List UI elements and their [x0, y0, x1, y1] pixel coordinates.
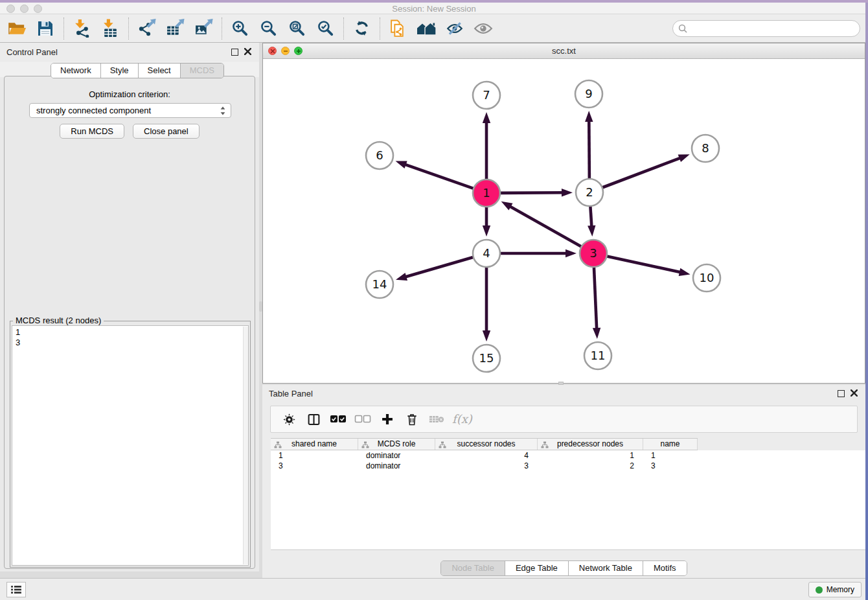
open-folder-icon	[8, 21, 27, 36]
graph-edge-1-4[interactable]	[483, 205, 490, 237]
tab-select[interactable]: Select	[139, 63, 181, 78]
column-header-predecessor-nodes[interactable]: predecessor nodes	[538, 439, 643, 450]
graph-edge-4-3[interactable]	[499, 249, 577, 257]
float-panel-icon[interactable]	[231, 49, 238, 56]
graph-node-2[interactable]: 2	[576, 179, 603, 206]
zoom-fit-button[interactable]	[285, 17, 308, 40]
graph-node-9[interactable]: 9	[575, 80, 602, 108]
graph-edge-2-8[interactable]	[601, 154, 690, 188]
column-header-successor-nodes[interactable]: successor nodes	[435, 439, 538, 450]
export-table-icon	[166, 19, 185, 38]
graph-node-4[interactable]: 4	[473, 240, 500, 267]
graph-node-label: 10	[700, 271, 714, 284]
vertical-splitter-handle[interactable]	[259, 301, 262, 312]
tab-style[interactable]: Style	[101, 63, 139, 78]
column-header-label: MCDS role	[378, 439, 416, 448]
table-row[interactable]: 3dominator323	[271, 461, 865, 471]
refresh-icon	[353, 19, 371, 37]
table-cell-name: 1	[643, 450, 698, 461]
graph-edge-2-9[interactable]	[585, 111, 593, 180]
run-mcds-button[interactable]: Run MCDS	[60, 124, 124, 139]
graph-node-3[interactable]: 3	[580, 240, 607, 267]
network-canvas[interactable]: 7968124314101511	[263, 59, 865, 383]
column-header-mcds-role[interactable]: MCDS role	[358, 439, 435, 450]
table-cell-predecessor-nodes: 1	[538, 450, 643, 461]
zoom-selected-button[interactable]	[314, 17, 337, 40]
mcds-result-group: MCDS result (2 nodes) 1 3	[10, 321, 251, 568]
show-graphics-details-button[interactable]	[472, 17, 495, 40]
graph-node-14[interactable]: 14	[366, 271, 393, 298]
tab-node-table[interactable]: Node Table	[441, 561, 505, 575]
delete-columns-button[interactable]	[400, 408, 424, 430]
graph-node-label: 6	[376, 148, 383, 162]
save-session-button[interactable]	[34, 17, 57, 40]
column-header-name[interactable]: name	[643, 439, 698, 450]
memory-button[interactable]: Memory	[808, 582, 862, 597]
graph-edge-3-10[interactable]	[606, 256, 691, 276]
hierarchy-icon	[361, 441, 369, 448]
graph-node-6[interactable]: 6	[366, 142, 393, 169]
graph-edge-3-1[interactable]	[501, 202, 583, 248]
tab-network[interactable]: Network	[51, 63, 101, 78]
toggle-column-panel-button[interactable]	[302, 408, 325, 430]
column-header-shared-name[interactable]: shared name	[271, 439, 358, 450]
graph-node-1[interactable]: 1	[473, 179, 500, 207]
close-panel-button[interactable]: Close panel	[133, 124, 200, 139]
hide-graphics-details-button[interactable]	[443, 17, 466, 40]
graph-node-8[interactable]: 8	[692, 135, 719, 162]
graph-node-15[interactable]: 15	[473, 345, 500, 372]
tab-network-table[interactable]: Network Table	[569, 561, 643, 575]
svg-text:f(x): f(x)	[452, 412, 473, 426]
result-scrollbar[interactable]	[243, 327, 248, 564]
status-bar: Memory	[0, 578, 868, 600]
graph-node-10[interactable]: 10	[693, 264, 720, 292]
refresh-layout-button[interactable]	[350, 17, 373, 40]
export-network-button[interactable]	[135, 17, 158, 40]
graph-edge-4-15[interactable]	[483, 266, 490, 341]
search-input[interactable]	[691, 22, 860, 35]
tab-edge-table[interactable]: Edge Table	[505, 561, 569, 575]
duplicate-network-icon	[389, 19, 407, 38]
close-x-icon	[244, 48, 251, 55]
create-column-button[interactable]	[376, 408, 399, 430]
export-image-button[interactable]	[192, 17, 215, 40]
graph-edge-2-3[interactable]	[588, 205, 595, 237]
fx-icon: f(x)	[451, 411, 477, 427]
tab-mcds[interactable]: MCDS	[181, 63, 223, 78]
task-history-button[interactable]	[6, 582, 26, 597]
graph-edge-4-14[interactable]	[396, 257, 475, 281]
select-all-button[interactable]	[326, 408, 350, 430]
graph-edge-3-11[interactable]	[593, 266, 600, 339]
graph-edge-1-6[interactable]	[396, 161, 475, 189]
table-panel-header: Table Panel	[262, 385, 865, 402]
graph-edge-1-7[interactable]	[483, 112, 490, 181]
close-panel-icon[interactable]	[244, 48, 253, 56]
mcds-result-list[interactable]: 1 3	[12, 325, 249, 566]
graph-node-11[interactable]: 11	[584, 342, 611, 369]
table-mode-button[interactable]	[277, 408, 301, 430]
import-network-button[interactable]	[70, 17, 93, 40]
open-session-button[interactable]	[5, 17, 29, 40]
table-tabs: Node TableEdge TableNetwork TableMotifs	[262, 560, 865, 576]
graph-edge-1-2[interactable]	[499, 189, 573, 196]
graph-node-label: 15	[479, 351, 494, 365]
optimization-criterion-select[interactable]: strongly connected component	[29, 103, 231, 118]
zoom-out-icon	[260, 19, 277, 37]
desktop-background-right	[865, 3, 868, 600]
first-neighbors-button[interactable]	[415, 17, 438, 40]
export-table-button[interactable]	[163, 17, 187, 40]
deselect-all-button[interactable]	[351, 408, 374, 430]
table-row[interactable]: 1dominator411	[271, 450, 865, 461]
toolbar-separator	[380, 17, 380, 40]
zoom-out-button[interactable]	[257, 17, 280, 40]
eye-slash-icon	[446, 19, 464, 38]
zoom-in-button[interactable]	[228, 17, 251, 40]
tab-motifs[interactable]: Motifs	[643, 561, 687, 575]
table-panel: Table Panel f(x)	[262, 385, 865, 578]
close-table-panel-icon[interactable]	[851, 389, 859, 398]
new-network-from-selection-button[interactable]	[386, 17, 409, 40]
import-table-button[interactable]	[98, 17, 122, 40]
float-table-panel-icon[interactable]	[838, 390, 845, 397]
export-image-icon	[194, 19, 213, 38]
graph-node-7[interactable]: 7	[473, 82, 500, 109]
